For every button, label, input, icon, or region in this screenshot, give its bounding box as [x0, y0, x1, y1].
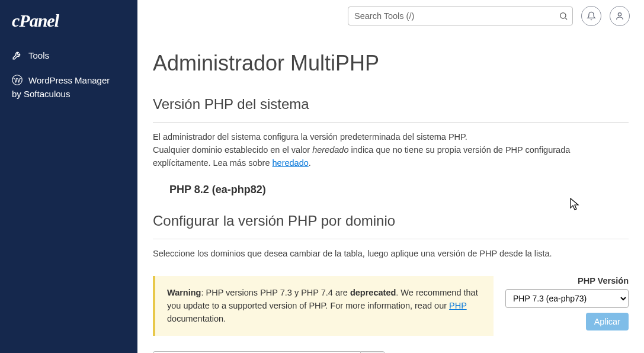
- system-description: El administrador del sistema configura l…: [153, 131, 603, 169]
- wordpress-icon: [12, 75, 23, 85]
- page-title: Administrador MultiPHP: [153, 51, 629, 76]
- main: Administrador MultiPHP Versión PHP del s…: [137, 0, 644, 353]
- section-title-system: Versión PHP del sistema: [153, 96, 629, 113]
- text-strong: deprecated: [350, 288, 396, 297]
- notifications-button[interactable]: [581, 6, 601, 26]
- svg-point-3: [618, 13, 621, 16]
- svg-point-0: [12, 75, 23, 85]
- sidebar-item-wordpress[interactable]: WordPress Manager: [0, 68, 137, 86]
- heredado-link[interactable]: heredado: [273, 158, 309, 168]
- php-version-label: PHP Versión: [505, 276, 629, 285]
- text: .: [309, 158, 311, 168]
- deprecation-warning: Warning: PHP versions PHP 7.3 y PHP 7.4 …: [153, 276, 494, 336]
- cursor-icon: [570, 198, 581, 211]
- text: Cualquier dominio establecido en el valo…: [153, 145, 312, 155]
- sidebar-item-label: Tools: [28, 50, 49, 60]
- logo: cPanel: [0, 0, 137, 43]
- svg-line-2: [565, 18, 567, 20]
- account-button[interactable]: [610, 6, 630, 26]
- sidebar-item-label: WordPress Manager: [28, 75, 110, 85]
- search-input[interactable]: [348, 7, 573, 25]
- apply-row: Warning: PHP versions PHP 7.3 y PHP 7.4 …: [153, 276, 629, 336]
- user-icon: [615, 11, 624, 21]
- php-doc-link[interactable]: PHP: [449, 301, 467, 310]
- php-version-select[interactable]: PHP 7.3 (ea-php73): [505, 289, 629, 308]
- system-php-version: PHP 8.2 (ea-php82): [169, 184, 629, 196]
- apply-button[interactable]: Aplicar: [586, 313, 629, 330]
- section-title-domain: Configurar la versión PHP por dominio: [153, 213, 629, 229]
- divider: [153, 122, 629, 123]
- sidebar-item-tools[interactable]: Tools: [0, 43, 137, 68]
- global-search: [348, 7, 573, 25]
- divider: [153, 239, 629, 239]
- content: Administrador MultiPHP Versión PHP del s…: [137, 26, 644, 353]
- topbar: [137, 0, 644, 26]
- text-em: heredado: [312, 145, 348, 155]
- php-apply-panel: PHP Versión PHP 7.3 (ea-php73) Aplicar: [505, 276, 629, 330]
- text: documentation.: [167, 314, 226, 323]
- bell-icon: [587, 11, 596, 21]
- search-button[interactable]: [559, 11, 568, 21]
- search-icon: [559, 11, 568, 21]
- sidebar-item-sublabel: by Softaculous: [0, 86, 137, 99]
- text: : PHP versions PHP 7.3 y PHP 7.4 are: [201, 288, 350, 297]
- sidebar: cPanel Tools WordPress Manager by Softac…: [0, 0, 137, 353]
- domain-description: Seleccione los dominios que desea cambia…: [153, 248, 603, 261]
- text: El administrador del sistema configura l…: [153, 132, 467, 142]
- brand-logo: cPanel: [12, 11, 59, 30]
- svg-point-1: [560, 13, 566, 18]
- warning-label: Warning: [167, 288, 201, 297]
- tools-icon: [12, 50, 23, 60]
